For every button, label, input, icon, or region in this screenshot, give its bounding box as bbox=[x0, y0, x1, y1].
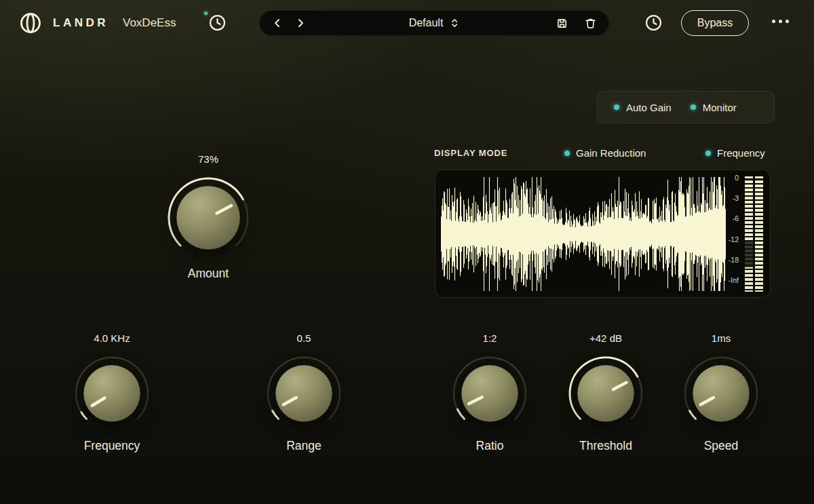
product-name: VoxDeEss bbox=[123, 16, 176, 30]
display-mode-label: DISPLAY MODE bbox=[434, 148, 507, 158]
monitor-toggle[interactable]: Monitor bbox=[691, 102, 737, 113]
undo-history-button[interactable] bbox=[644, 14, 663, 32]
chevron-left-icon bbox=[271, 16, 284, 30]
range-label: Range bbox=[286, 439, 322, 453]
frequency-knob-group: 4.0 KHz Frequency bbox=[68, 332, 156, 453]
bypass-label: Bypass bbox=[697, 17, 733, 29]
frequency-label: Frequency bbox=[84, 439, 140, 453]
speed-value: 1ms bbox=[712, 332, 731, 346]
brand-name: LANDR bbox=[53, 16, 109, 30]
ratio-knob-group: 1:2 Ratio bbox=[446, 332, 534, 453]
bypass-button[interactable]: Bypass bbox=[681, 10, 749, 36]
landr-logo bbox=[18, 10, 43, 36]
threshold-knob[interactable] bbox=[562, 349, 650, 438]
mode-gain-reduction[interactable]: Gain Reduction bbox=[564, 147, 646, 159]
range-knob-group: 0.5 Range bbox=[260, 332, 348, 453]
amount-knob[interactable] bbox=[161, 170, 256, 265]
clock-icon bbox=[644, 14, 663, 32]
speed-label: Speed bbox=[704, 439, 739, 453]
db-label-inf: -Inf bbox=[716, 276, 739, 284]
ratio-value: 1:2 bbox=[483, 332, 497, 346]
speed-knob[interactable] bbox=[677, 349, 765, 438]
auto-gain-led-icon bbox=[614, 104, 619, 110]
db-label-18: -18 bbox=[716, 256, 739, 264]
auto-gain-label: Auto Gain bbox=[626, 102, 672, 113]
preset-name: Default bbox=[409, 17, 444, 29]
range-knob[interactable] bbox=[260, 349, 348, 438]
db-label-3: -3 bbox=[716, 194, 739, 202]
preset-bar: Default bbox=[259, 10, 609, 36]
frequency-mode-label: Frequency bbox=[717, 147, 765, 159]
history-button[interactable] bbox=[208, 14, 227, 32]
delete-preset-button[interactable] bbox=[583, 16, 598, 31]
waveform bbox=[441, 176, 726, 292]
ratio-knob[interactable] bbox=[446, 349, 534, 438]
clock-icon bbox=[208, 14, 227, 32]
ratio-label: Ratio bbox=[476, 439, 504, 453]
waveform-display-panel: 0 -3 -6 -12 -18 -Inf bbox=[435, 170, 771, 298]
save-preset-button[interactable] bbox=[555, 16, 569, 31]
mode-frequency[interactable]: Frequency bbox=[705, 147, 765, 159]
voxdeess-plugin-window: { "header": { "brand": "LANDR", "product… bbox=[0, 0, 814, 504]
chevron-right-icon bbox=[294, 16, 307, 30]
amount-value: 73% bbox=[198, 153, 218, 167]
level-meter-right bbox=[755, 176, 763, 292]
preset-next-button[interactable] bbox=[294, 16, 307, 30]
gain-reduction-led-icon bbox=[564, 151, 570, 156]
save-icon bbox=[555, 16, 569, 31]
more-menu-button[interactable] bbox=[772, 20, 789, 23]
amount-label: Amount bbox=[188, 267, 229, 281]
preset-selector[interactable]: Default bbox=[409, 11, 460, 35]
trash-icon bbox=[583, 16, 598, 31]
db-label-0: 0 bbox=[716, 174, 739, 182]
preset-previous-button[interactable] bbox=[271, 16, 284, 30]
threshold-knob-group: +42 dB Threshold bbox=[562, 332, 650, 453]
frequency-led-icon bbox=[705, 151, 711, 156]
frequency-value: 4.0 KHz bbox=[94, 332, 130, 346]
notification-dot bbox=[204, 12, 208, 15]
gain-reduction-label: Gain Reduction bbox=[576, 147, 646, 159]
monitor-led-icon bbox=[691, 104, 696, 110]
output-toggle-box: Auto Gain Monitor bbox=[597, 91, 775, 123]
auto-gain-toggle[interactable]: Auto Gain bbox=[614, 102, 672, 113]
monitor-label: Monitor bbox=[703, 102, 737, 113]
db-label-12: -12 bbox=[716, 235, 739, 244]
amount-knob-group: 73% Amount bbox=[161, 153, 256, 281]
threshold-label: Threshold bbox=[579, 439, 632, 453]
select-arrows-icon bbox=[449, 17, 459, 29]
range-value: 0.5 bbox=[297, 332, 311, 346]
speed-knob-group: 1ms Speed bbox=[677, 332, 765, 453]
threshold-value: +42 dB bbox=[589, 332, 622, 346]
level-meter-left bbox=[745, 176, 753, 292]
frequency-knob[interactable] bbox=[68, 349, 156, 438]
ellipsis-icon bbox=[772, 20, 789, 23]
db-label-6: -6 bbox=[716, 214, 739, 222]
